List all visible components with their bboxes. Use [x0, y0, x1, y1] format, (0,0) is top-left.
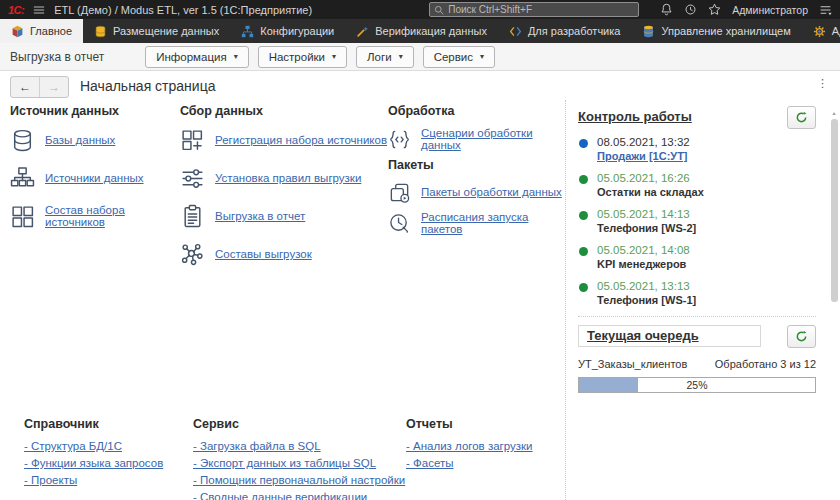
tab-storage-management[interactable]: Управление хранилищем [631, 19, 801, 43]
section-service: Сервис - Загрузка файла в SQL - Экспорт … [193, 417, 405, 500]
main-menu-icon[interactable] [33, 4, 45, 16]
link-projects[interactable]: - Проекты [24, 474, 163, 486]
link-export-compositions[interactable]: Составы выгрузок [215, 248, 312, 260]
arrow-left-icon: ← [19, 80, 31, 94]
settings-dropdown-button[interactable]: Настройки ▾ [258, 46, 347, 68]
section-reports: Отчеты - Анализ логов загрузки - Фасеты [406, 417, 533, 474]
button-label: Логи [367, 51, 392, 63]
tab-label: Для разработчика [528, 25, 621, 37]
list-item: Источники данных [10, 165, 176, 191]
refresh-icon [795, 330, 808, 343]
forward-button[interactable]: → [40, 77, 68, 97]
tab-administration[interactable]: Администрирование [802, 19, 840, 43]
link-databases[interactable]: Базы данных [45, 134, 115, 146]
link-load-logs-analysis[interactable]: - Анализ логов загрузки [406, 440, 533, 452]
link-db-structure[interactable]: - Структура БД/1С [24, 440, 163, 452]
tab-label: Управление хранилищем [661, 25, 790, 37]
link-verification-summary-data[interactable]: - Сводные данные верификации [193, 491, 405, 500]
current-queue-title[interactable]: Текущая очередь [578, 325, 761, 347]
tab-main[interactable]: Главное [0, 19, 83, 43]
section-tab-bar: Главное Размещение данных Конфигурации В… [0, 19, 840, 43]
favorites-star-icon[interactable] [708, 3, 721, 16]
job-date: 05.05.2021, 13:13 [597, 280, 830, 292]
job-entry: 05.05.2021, 14:08 KPI менеджеров [578, 244, 830, 270]
button-label: Настройки [269, 51, 325, 63]
scrollbar-thumb[interactable] [831, 119, 838, 302]
link-export-to-report[interactable]: Выгрузка в отчет [215, 210, 305, 222]
storage-icon [642, 25, 655, 38]
section-title: Отчеты [406, 417, 533, 431]
current-user[interactable]: Администратор [732, 4, 808, 16]
work-monitor-title[interactable]: Контроль работы [578, 106, 692, 124]
job-date: 08.05.2021, 13:32 [597, 136, 830, 148]
chevron-down-icon: ▾ [234, 52, 238, 61]
clipboard-icon [180, 204, 205, 229]
link-initial-setup-assistant[interactable]: - Помощник первоначальной настройки [193, 474, 405, 486]
back-button[interactable]: ← [11, 77, 40, 97]
job-link[interactable]: Продажи [1С:УТ] [597, 150, 688, 162]
panel-scrollbar[interactable]: ▴ [830, 110, 838, 302]
settings-menu-icon[interactable] [819, 4, 832, 16]
clock-schedule-icon [388, 212, 411, 235]
hierarchy-icon [241, 25, 254, 38]
link-source-set-composition[interactable]: Состав набора источников [45, 204, 176, 228]
refresh-monitor-button[interactable] [787, 106, 816, 129]
link-data-sources[interactable]: Источники данных [45, 172, 144, 184]
titlebar-icons: Администратор [660, 3, 832, 16]
link-query-language-functions[interactable]: - Функции языка запросов [24, 457, 163, 469]
service-dropdown-button[interactable]: Сервис ▾ [423, 46, 495, 68]
refresh-icon [795, 111, 808, 124]
tab-label: Администрирование [832, 25, 840, 37]
section-title: Пакеты [388, 158, 566, 172]
history-icon[interactable] [684, 3, 697, 16]
tab-data-placement[interactable]: Размещение данных [83, 19, 230, 43]
navigation-row: ← → Начальная страница ⋮ [0, 72, 840, 100]
1c-logo: 1С: [8, 4, 24, 16]
global-search-input[interactable]: Поиск Ctrl+Shift+F [429, 2, 639, 17]
chevron-down-icon: ▾ [332, 52, 336, 61]
tab-for-developer[interactable]: Для разработчика [498, 19, 632, 43]
refresh-queue-button[interactable] [787, 325, 816, 348]
tab-data-verification[interactable]: Верификация данных [345, 19, 498, 43]
more-menu-icon[interactable]: ⋮ [817, 77, 828, 90]
link-export-data-from-sql-table[interactable]: - Экспорт данных из таблицы SQL [193, 457, 405, 469]
link-data-processing-packages[interactable]: Пакеты обработки данных [421, 186, 562, 198]
link-source-set-registration[interactable]: Регистрация набора источников [215, 134, 387, 146]
link-facets[interactable]: - Фасеты [406, 457, 533, 469]
database-icon [94, 25, 107, 38]
chevron-down-icon: ▾ [399, 52, 403, 61]
list-item: Сценарии обработки данных [388, 127, 566, 151]
tab-label: Конфигурации [260, 25, 334, 37]
job-name: Телефония [WS-2] [597, 222, 830, 234]
gear-icon [813, 25, 826, 38]
arrow-right-icon: → [48, 80, 60, 94]
search-icon [434, 5, 444, 15]
link-load-file-to-sql[interactable]: - Загрузка файла в SQL [193, 440, 405, 452]
job-list: 08.05.2021, 13:32 Продажи [1С:УТ] 05.05.… [578, 136, 830, 306]
progress-label: 25% [579, 378, 815, 392]
section-title: Справочник [24, 417, 163, 431]
tab-configurations[interactable]: Конфигурации [230, 19, 345, 43]
progress-bar: 25% [578, 377, 816, 393]
section-title: Источник данных [10, 104, 176, 118]
list-item: Выгрузка в отчет [180, 203, 388, 229]
section-reference: Справочник - Структура БД/1С - Функции я… [24, 417, 163, 491]
title-bar: 1С: ETL (Демо) / Modus ETL, ver 1.5 (1С:… [0, 0, 840, 19]
tab-label: Главное [30, 25, 72, 37]
list-item: Пакеты обработки данных [388, 180, 566, 204]
notifications-bell-icon[interactable] [660, 3, 673, 16]
job-entry: 08.05.2021, 13:32 Продажи [1С:УТ] [578, 136, 830, 162]
packages-icon [388, 181, 411, 204]
logs-dropdown-button[interactable]: Логи ▾ [356, 46, 414, 68]
list-item: Регистрация набора источников [180, 127, 388, 153]
link-data-processing-scenarios[interactable]: Сценарии обработки данных [421, 127, 566, 151]
job-date: 05.05.2021, 16:26 [597, 172, 830, 184]
sources-tree-icon [10, 166, 35, 191]
divider [578, 316, 816, 317]
job-entry: 05.05.2021, 14:13 Телефония [WS-2] [578, 208, 830, 234]
link-package-launch-schedules[interactable]: Расписания запуска пакетов [421, 211, 566, 235]
link-export-rules-setup[interactable]: Установка правил выгрузки [215, 172, 361, 184]
job-date: 05.05.2021, 14:13 [597, 208, 830, 220]
app-window: 1С: ETL (Демо) / Modus ETL, ver 1.5 (1С:… [0, 0, 840, 500]
information-dropdown-button[interactable]: Информация ▾ [145, 46, 248, 68]
